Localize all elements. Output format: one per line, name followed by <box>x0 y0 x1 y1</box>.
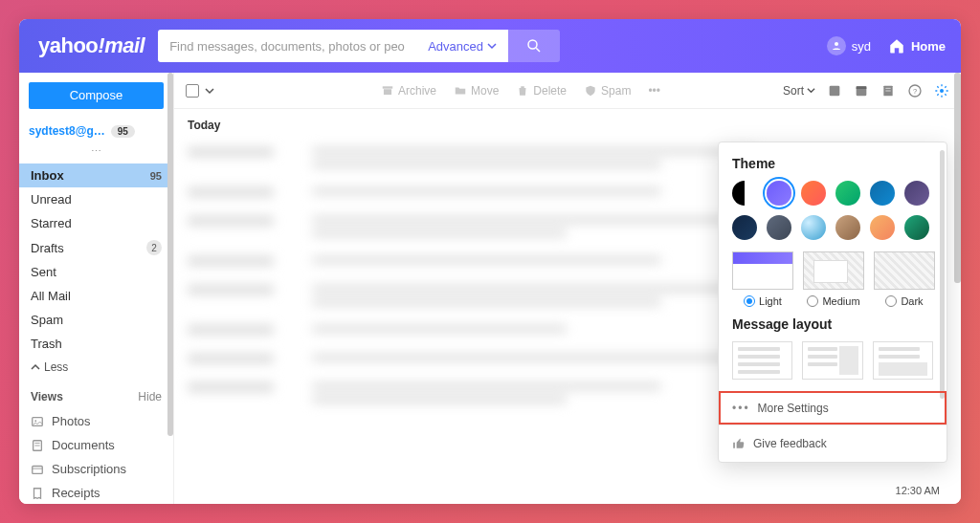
svg-point-2 <box>835 42 838 46</box>
views-hide[interactable]: Hide <box>138 390 162 403</box>
account-row: sydtest8@g… 95 <box>19 120 173 143</box>
chevron-down-icon <box>487 41 497 51</box>
views-header: Views Hide <box>19 379 173 409</box>
contacts-icon[interactable] <box>827 83 842 98</box>
body: Compose sydtest8@g… 95 ⋯ Inbox95UnreadSt… <box>19 73 961 504</box>
svg-point-20 <box>940 89 944 93</box>
yahoo-mail-logo: yahoo!mail <box>38 33 145 58</box>
calendar-icon[interactable] <box>854 83 869 98</box>
shield-icon <box>584 84 597 98</box>
mode-light[interactable]: Light <box>732 251 793 307</box>
advanced-search[interactable]: Advanced <box>416 30 508 62</box>
home-icon <box>888 37 905 54</box>
date-group-today: Today <box>174 109 961 138</box>
theme-swatch-9[interactable] <box>835 215 860 240</box>
theme-swatch-6[interactable] <box>732 215 757 240</box>
theme-swatch-5[interactable] <box>904 181 929 206</box>
main-scrollbar[interactable] <box>954 73 961 283</box>
radio-icon <box>744 295 755 307</box>
folder-starred[interactable]: Starred <box>19 211 173 235</box>
account-email[interactable]: sydtest8@g… <box>29 124 105 138</box>
notepad-icon[interactable] <box>880 83 896 98</box>
mode-medium[interactable]: Medium <box>803 251 864 307</box>
svg-text:?: ? <box>913 86 917 95</box>
move-button[interactable]: Move <box>454 84 499 98</box>
theme-swatch-2[interactable] <box>801 181 826 206</box>
search-input[interactable] <box>158 30 416 62</box>
message-timestamp: 12:30 AM <box>896 485 940 496</box>
folder-drafts[interactable]: Drafts2 <box>19 235 173 260</box>
delete-button[interactable]: Delete <box>516 84 567 98</box>
sort-dropdown[interactable]: Sort <box>783 84 815 98</box>
give-feedback-link[interactable]: Give feedback <box>719 425 947 462</box>
header-bar: yahoo!mail Advanced syd Home <box>19 19 961 73</box>
theme-swatch-1[interactable] <box>767 181 791 206</box>
subscriptions-icon <box>31 463 44 476</box>
chevron-up-icon <box>31 362 40 372</box>
layout-right[interactable] <box>802 341 862 380</box>
search-icon <box>525 37 543 54</box>
collapse-less[interactable]: Less <box>19 356 173 379</box>
sidebar: Compose sydtest8@g… 95 ⋯ Inbox95UnreadSt… <box>19 73 174 504</box>
view-receipts[interactable]: Receipts <box>19 481 173 504</box>
folder-sent[interactable]: Sent <box>19 260 173 284</box>
folder-icon <box>454 84 467 98</box>
user-menu[interactable]: syd <box>827 36 871 55</box>
layout-bottom[interactable] <box>873 341 933 380</box>
folder-inbox[interactable]: Inbox95 <box>19 163 173 187</box>
folder-unread[interactable]: Unread <box>19 187 173 211</box>
avatar-icon <box>827 36 846 55</box>
documents-icon <box>31 439 44 452</box>
more-actions[interactable]: ••• <box>648 84 660 98</box>
popover-scrollbar[interactable] <box>940 150 945 399</box>
spam-button[interactable]: Spam <box>584 84 631 98</box>
select-all-checkbox[interactable] <box>186 84 199 98</box>
view-documents[interactable]: Documents <box>19 433 173 457</box>
view-subscriptions[interactable]: Subscriptions <box>19 457 173 481</box>
svg-point-0 <box>528 40 537 49</box>
theme-section-title: Theme <box>732 156 933 171</box>
theme-mode-row: Light Medium Dark <box>732 251 933 307</box>
theme-swatch-3[interactable] <box>835 181 860 206</box>
archive-icon <box>381 84 394 98</box>
receipts-icon <box>31 487 44 500</box>
more-settings-link[interactable]: ••• More Settings <box>719 391 947 425</box>
mode-dark[interactable]: Dark <box>874 251 935 307</box>
folder-trash[interactable]: Trash <box>19 332 173 356</box>
theme-swatch-0[interactable] <box>732 181 757 206</box>
search-button[interactable] <box>508 30 560 62</box>
view-photos[interactable]: Photos <box>19 409 173 433</box>
folder-list: Inbox95UnreadStarredDrafts2SentAll MailS… <box>19 163 173 356</box>
header-right: syd Home <box>827 36 946 55</box>
photos-icon <box>31 415 44 428</box>
layout-row <box>732 341 933 380</box>
radio-icon <box>807 295 818 307</box>
archive-button[interactable]: Archive <box>381 84 436 98</box>
compose-button[interactable]: Compose <box>29 82 164 109</box>
folder-all-mail[interactable]: All Mail <box>19 284 173 308</box>
folder-spam[interactable]: Spam <box>19 308 173 332</box>
home-link[interactable]: Home <box>888 37 946 54</box>
app-window: yahoo!mail Advanced syd Home <box>19 19 961 504</box>
settings-gear-icon[interactable] <box>934 83 949 98</box>
theme-swatch-4[interactable] <box>870 181 895 206</box>
theme-swatch-10[interactable] <box>870 215 895 240</box>
toolbar: Archive Move Delete Spam ••• <box>174 73 961 109</box>
search-wrap: Advanced <box>158 30 560 62</box>
sidebar-scrollbar[interactable] <box>167 73 173 436</box>
svg-rect-8 <box>33 466 43 473</box>
chevron-down-icon <box>807 86 815 95</box>
svg-line-1 <box>536 48 540 52</box>
theme-swatch-11[interactable] <box>904 215 929 240</box>
select-dropdown[interactable] <box>205 86 214 96</box>
settings-popover: Theme Light Medium Dark Message layout <box>718 142 947 463</box>
theme-swatch-7[interactable] <box>767 215 791 240</box>
svg-rect-14 <box>857 86 867 89</box>
layout-list[interactable] <box>732 341 792 380</box>
radio-icon <box>885 295 897 307</box>
account-more[interactable]: ⋯ <box>19 143 173 163</box>
theme-swatch-8[interactable] <box>801 215 826 240</box>
unread-badge: 95 <box>111 125 135 138</box>
help-icon[interactable]: ? <box>907 83 923 98</box>
svg-rect-10 <box>383 86 393 88</box>
